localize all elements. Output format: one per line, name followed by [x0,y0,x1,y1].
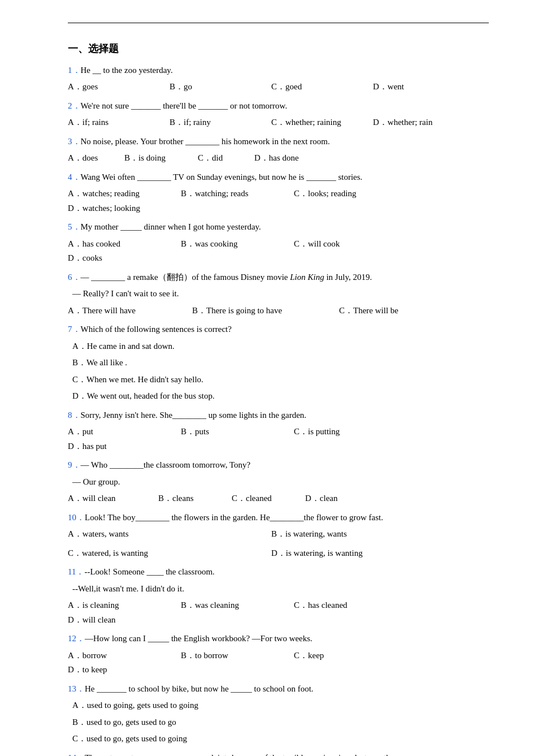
question-12: 12．—How long can I _____ the English wor… [68,632,489,646]
question-10: 10．Look! The boy________ the flowers in … [68,511,489,525]
options-7: A．He came in and sat down. B．We all like… [68,339,489,404]
options-12: A．borrow B．to borrow C．keep D．to keep [68,649,489,677]
question-11: 11．--Look! Someone ____ the classroom. [68,565,489,580]
question-3: 3．No noise, please. Your brother _______… [68,135,489,149]
options-10: A．waters, wants B．is watering, wants [68,527,489,542]
options-10b: C．watered, is wanting D．is watering, is … [68,546,489,561]
options-11: A．is cleaning B．was cleaning C．has clean… [68,598,489,627]
question-8: 8．Sorry, Jenny isn't here. She________ u… [68,408,489,423]
question-13: 13．He _______ to school by bike, but now… [68,682,489,697]
options-13: A．used to going, gets used to going B．us… [68,698,489,746]
section-title: 一、选择题 [68,40,489,58]
question-11-subtext: --Well,it wasn't me. I didn't do it. [68,582,489,597]
options-8: A．put B．puts C．is putting D．has put [68,425,489,453]
question-6: 6．— ________ a remake（翻拍）of the famous D… [68,270,489,285]
question-9-subtext: — Our group. [68,475,489,490]
question-6-subtext: — Really? I can't wait to see it. [68,287,489,301]
question-1: 1．He __ to the zoo yesterday. [68,63,489,78]
options-2: A．if; rains B．if; rainy C．whether; raini… [68,115,489,130]
options-1: A．goes B．go C．goed D．went [68,80,489,94]
question-4: 4．Wang Wei often ________ TV on Sunday e… [68,170,489,185]
question-5: 5．My mother _____ dinner when I got home… [68,220,489,235]
question-7: 7．Which of the following sentences is co… [68,322,489,337]
options-4: A．watches; reading B．watching; reads C．l… [68,187,489,215]
options-3: A．does B．is doing C．did D．has done [68,151,489,166]
options-6: A．There will have B．There is going to ha… [68,304,489,318]
question-2: 2．We're not sure _______ there'll be ___… [68,99,489,114]
top-divider [68,23,489,23]
question-14: 14．The restaurant ________ many complain… [68,751,489,756]
options-5: A．has cooked B．was cooking C．will cook D… [68,237,489,266]
options-9: A．will clean B．cleans C．cleaned D．clean [68,491,489,506]
question-9: 9．— Who ________the classroom tomorrow, … [68,458,489,473]
